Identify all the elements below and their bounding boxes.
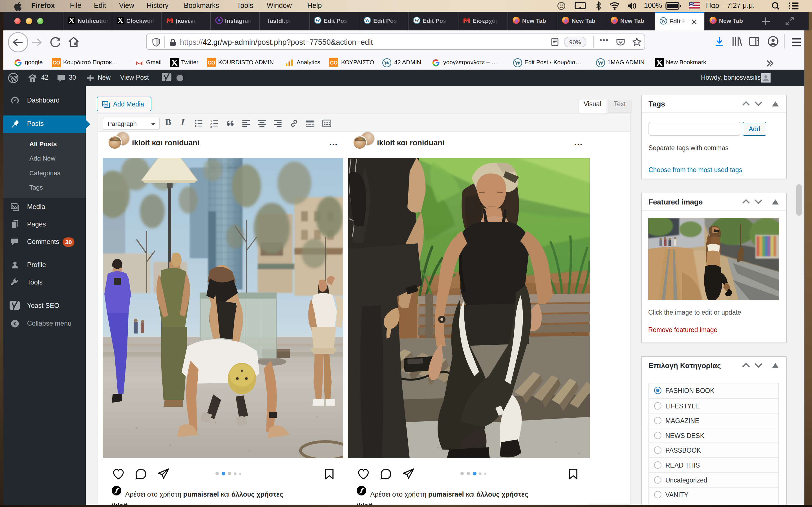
- svg-text:3: 3: [210, 125, 212, 128]
